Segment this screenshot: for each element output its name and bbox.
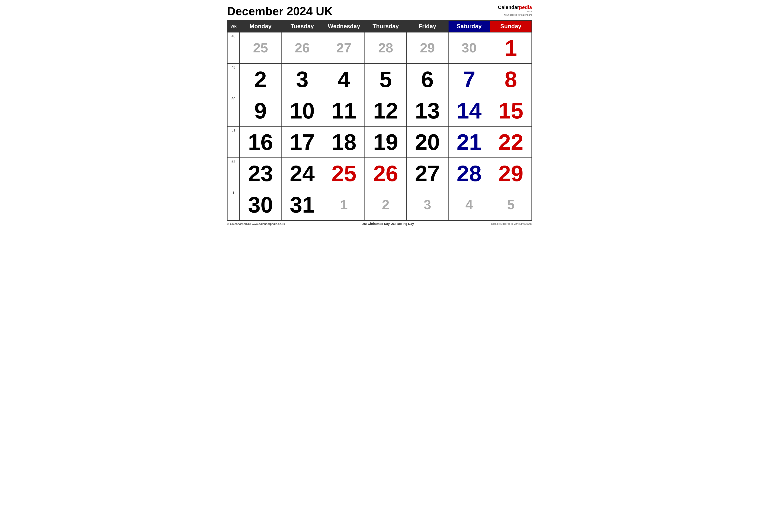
day-number: 25 bbox=[324, 160, 363, 187]
day-number: 3 bbox=[408, 191, 447, 218]
page-title: December 2024 UK bbox=[227, 5, 333, 18]
day-number: 5 bbox=[366, 66, 405, 93]
day-cell: 25 bbox=[323, 158, 365, 189]
day-number: 29 bbox=[408, 34, 447, 61]
header-saturday: Saturday bbox=[448, 20, 490, 32]
header-sunday: Sunday bbox=[490, 20, 532, 32]
day-number: 27 bbox=[324, 34, 363, 61]
day-number: 13 bbox=[408, 97, 447, 124]
day-number: 15 bbox=[491, 97, 530, 124]
week-number: 52 bbox=[227, 158, 240, 189]
day-number: 3 bbox=[283, 66, 322, 93]
day-cell: 11 bbox=[323, 95, 365, 126]
header-monday: Monday bbox=[240, 20, 281, 32]
day-number: 27 bbox=[408, 160, 447, 187]
day-number: 24 bbox=[283, 160, 322, 187]
day-cell: 29 bbox=[407, 32, 448, 64]
day-cell: 20 bbox=[407, 126, 448, 158]
day-number: 11 bbox=[324, 97, 363, 124]
day-number: 26 bbox=[283, 34, 322, 61]
header-thursday: Thursday bbox=[365, 20, 406, 32]
day-number: 20 bbox=[408, 128, 447, 156]
day-cell: 6 bbox=[407, 64, 448, 95]
day-cell: 17 bbox=[281, 126, 323, 158]
header-wk: Wk bbox=[227, 20, 240, 32]
week-number: 1 bbox=[227, 189, 240, 220]
day-cell: 21 bbox=[448, 126, 490, 158]
day-cell: 22 bbox=[490, 126, 532, 158]
day-number: 31 bbox=[283, 191, 322, 218]
footer-disclaimer: Data provided 'as is' without warranty bbox=[491, 222, 532, 225]
day-number: 25 bbox=[241, 34, 280, 61]
day-number: 30 bbox=[241, 191, 280, 218]
day-cell: 19 bbox=[365, 126, 406, 158]
day-number: 28 bbox=[450, 160, 489, 187]
header-tuesday: Tuesday bbox=[281, 20, 323, 32]
day-cell: 5 bbox=[365, 64, 406, 95]
day-number: 10 bbox=[283, 97, 322, 124]
day-cell: 31 bbox=[281, 189, 323, 220]
calendar-row: 482526272829301 bbox=[227, 32, 532, 64]
day-cell: 28 bbox=[448, 158, 490, 189]
day-cell: 26 bbox=[365, 158, 406, 189]
day-cell: 30 bbox=[240, 189, 281, 220]
day-number: 29 bbox=[491, 160, 530, 187]
day-number: 2 bbox=[241, 66, 280, 93]
day-number: 6 bbox=[408, 66, 447, 93]
day-number: 26 bbox=[366, 160, 405, 187]
footer-holidays: 25: Christmas Day, 26: Boxing Day bbox=[362, 222, 414, 226]
day-cell: 10 bbox=[281, 95, 323, 126]
header-friday: Friday bbox=[407, 20, 448, 32]
day-number: 8 bbox=[491, 66, 530, 93]
day-cell: 13 bbox=[407, 95, 448, 126]
calendar-row: 5223242526272829 bbox=[227, 158, 532, 189]
logo-name: Calendarpedia bbox=[498, 5, 532, 10]
day-number: 17 bbox=[283, 128, 322, 156]
day-cell: 15 bbox=[490, 95, 532, 126]
header-wednesday: Wednesday bbox=[323, 20, 365, 32]
calendar-row: 1303112345 bbox=[227, 189, 532, 220]
day-cell: 9 bbox=[240, 95, 281, 126]
footer: © Calendarpedia® www.calendarpedia.co.uk… bbox=[227, 222, 532, 226]
day-cell: 25 bbox=[240, 32, 281, 64]
calendar-row: 509101112131415 bbox=[227, 95, 532, 126]
logo-tld: co.uk bbox=[498, 10, 532, 14]
calendar-table: Wk Monday Tuesday Wednesday Thursday Fri… bbox=[227, 20, 532, 221]
day-cell: 12 bbox=[365, 95, 406, 126]
day-cell: 28 bbox=[365, 32, 406, 64]
day-cell: 3 bbox=[281, 64, 323, 95]
day-cell: 26 bbox=[281, 32, 323, 64]
day-number: 21 bbox=[450, 128, 489, 156]
day-number: 1 bbox=[491, 34, 530, 61]
week-number: 49 bbox=[227, 64, 240, 95]
day-number: 1 bbox=[324, 191, 363, 218]
day-cell: 2 bbox=[240, 64, 281, 95]
day-cell: 27 bbox=[323, 32, 365, 64]
day-number: 9 bbox=[241, 97, 280, 124]
day-number: 7 bbox=[450, 66, 489, 93]
day-cell: 24 bbox=[281, 158, 323, 189]
day-cell: 14 bbox=[448, 95, 490, 126]
day-cell: 4 bbox=[323, 64, 365, 95]
day-cell: 29 bbox=[490, 158, 532, 189]
page-header: December 2024 UK Calendarpedia co.uk You… bbox=[227, 5, 532, 18]
day-number: 4 bbox=[324, 66, 363, 93]
day-cell: 18 bbox=[323, 126, 365, 158]
day-cell: 5 bbox=[490, 189, 532, 220]
day-cell: 2 bbox=[365, 189, 406, 220]
day-number: 19 bbox=[366, 128, 405, 156]
day-cell: 16 bbox=[240, 126, 281, 158]
calendar-row: 5116171819202122 bbox=[227, 126, 532, 158]
day-number: 23 bbox=[241, 160, 280, 187]
day-cell: 30 bbox=[448, 32, 490, 64]
day-cell: 4 bbox=[448, 189, 490, 220]
day-number: 5 bbox=[491, 191, 530, 218]
day-cell: 27 bbox=[407, 158, 448, 189]
logo: Calendarpedia co.uk Your source for cale… bbox=[498, 5, 532, 16]
week-number: 48 bbox=[227, 32, 240, 64]
day-cell: 1 bbox=[323, 189, 365, 220]
day-number: 28 bbox=[366, 34, 405, 61]
logo-tagline: Your source for calendars bbox=[498, 14, 532, 16]
day-cell: 23 bbox=[240, 158, 281, 189]
day-cell: 3 bbox=[407, 189, 448, 220]
